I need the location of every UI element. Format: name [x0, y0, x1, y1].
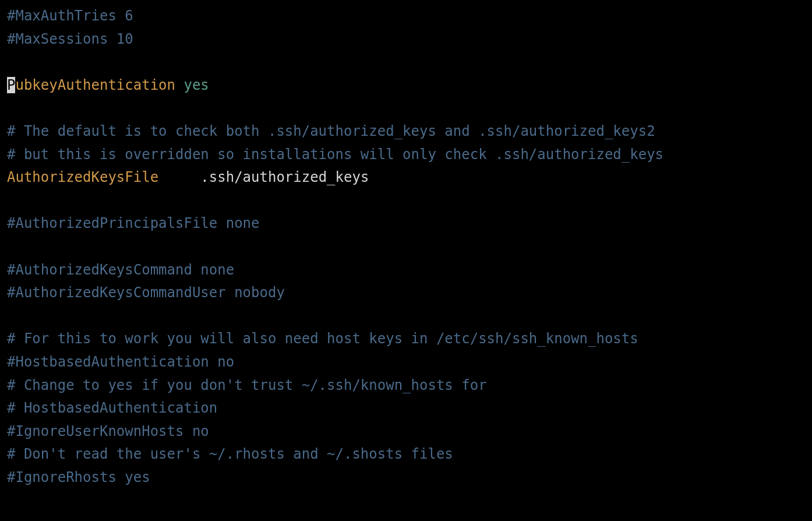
config-comment-line: #IgnoreRhosts yes	[7, 469, 150, 485]
config-value: yes	[175, 77, 209, 93]
padding	[158, 169, 200, 185]
config-directive-authorizedkeysfile: AuthorizedKeysFile	[7, 169, 158, 185]
config-comment-line: # HostbasedAuthentication	[7, 400, 217, 416]
config-comment-line: #HostbasedAuthentication no	[7, 354, 234, 370]
config-comment-line: # Don't read the user's ~/.rhosts and ~/…	[7, 446, 453, 462]
config-directive-pubkeyauth: ubkeyAuthentication	[15, 77, 175, 93]
config-value: .ssh/authorized_keys	[200, 169, 369, 185]
config-comment-line: # Change to yes if you don't trust ~/.ss…	[7, 377, 487, 393]
config-comment-line: #AuthorizedPrincipalsFile none	[7, 215, 259, 231]
config-comment-line: # The default is to check both .ssh/auth…	[7, 123, 655, 139]
config-comment-line: # For this to work you will also need ho…	[7, 330, 638, 347]
cursor[interactable]: P	[7, 77, 15, 93]
config-comment-line: #AuthorizedKeysCommand none	[7, 262, 234, 278]
config-comment-line: #IgnoreUserKnownHosts no	[7, 423, 209, 439]
config-comment-line: #MaxSessions 10	[7, 31, 133, 47]
config-comment-line: #MaxAuthTries 6	[7, 8, 133, 24]
config-comment-line: # but this is overridden so installation…	[7, 146, 663, 163]
config-comment-line: #AuthorizedKeysCommandUser nobody	[7, 284, 285, 301]
